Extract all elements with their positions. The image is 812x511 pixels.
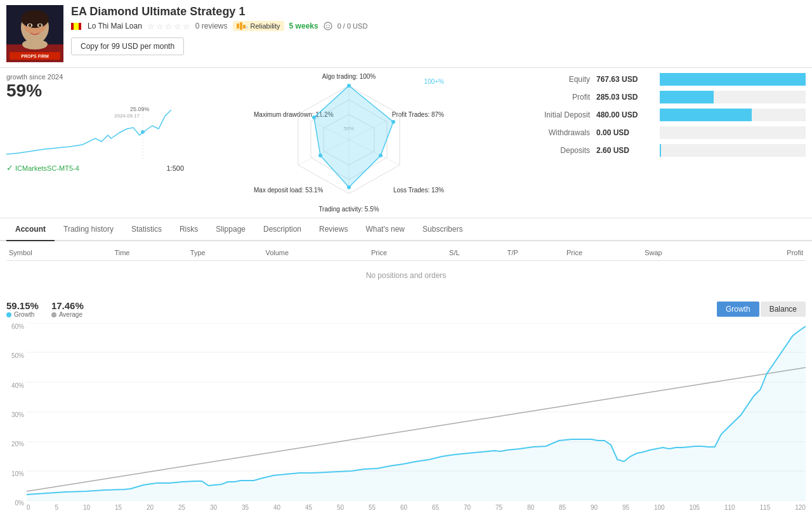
avatar: PROPS FIRM (6, 5, 63, 62)
growth-panel: growth since 2024 59% 25.09% 2024.09.17 … (6, 73, 184, 213)
chart-area: 0 5 10 15 20 25 30 35 40 45 50 55 60 65 … (27, 323, 806, 511)
header-info: EA Diamond Ultimate Strategy 1 Lo Thi Ma… (71, 5, 806, 55)
initial-deposit-value: 480.00 USD (596, 110, 660, 119)
y-axis: 60% 50% 40% 30% 20% 10% 0% (6, 323, 27, 511)
equity-value: 767.63 USD (596, 75, 660, 84)
svg-rect-13 (240, 22, 242, 30)
profit-bar-container (660, 91, 806, 103)
algo-value: 100+% (424, 78, 444, 85)
col-sl: S/L (447, 245, 504, 261)
svg-marker-30 (314, 86, 393, 187)
svg-point-35 (318, 154, 322, 157)
x-axis-numbers: 0 5 10 15 20 25 30 35 40 45 50 55 60 65 … (27, 503, 806, 511)
growth-stat: 59.15% Growth (6, 300, 39, 318)
equity-bar-container (660, 73, 806, 86)
tab-description[interactable]: Description (254, 218, 310, 241)
page-header: PROPS FIRM EA Diamond Ultimate Strategy … (0, 0, 812, 68)
tab-risks[interactable]: Risks (171, 218, 207, 241)
chart-section: 59.15% Growth 17.46% Average Growth Bala… (0, 294, 812, 511)
svg-point-31 (347, 84, 351, 88)
deposits-bar-container (660, 144, 806, 157)
svg-point-36 (312, 116, 316, 119)
svg-point-17 (326, 25, 327, 26)
broker-info: ✓ ICMarketsSC-MT5-4 1:500 (6, 163, 184, 173)
svg-text:2024.09.17: 2024.09.17 (114, 113, 140, 119)
balance-toggle-button[interactable]: Balance (761, 302, 806, 317)
svg-point-5 (22, 39, 48, 50)
col-price: Price (369, 245, 447, 261)
avg-stat: 17.46% Average (51, 300, 84, 318)
svg-rect-14 (243, 25, 246, 29)
tab-statistics[interactable]: Statistics (122, 218, 171, 241)
initial-deposit-label: Initial Deposit (514, 110, 596, 119)
deposits-row: Deposits 2.60 USD (514, 144, 806, 157)
main-chart-svg (27, 323, 806, 501)
tab-reviews[interactable]: Reviews (310, 218, 357, 241)
growth-legend-label: Growth (14, 311, 34, 318)
tab-trading-history[interactable]: Trading history (55, 218, 122, 241)
svg-rect-15 (246, 26, 248, 29)
mini-chart: 25.09% 2024.09.17 (6, 103, 171, 161)
profit-label: Profit (514, 93, 596, 102)
growth-since-label: growth since 2024 (6, 73, 184, 81)
withdrawals-bar-container (660, 126, 806, 139)
broker-name: ✓ ICMarketsSC-MT5-4 (6, 163, 79, 173)
table-row: No positions and orders (6, 261, 806, 291)
reliability-icon (237, 22, 248, 30)
y-30: 30% (6, 411, 24, 418)
avg-stat-legend: Average (51, 311, 84, 318)
col-tp: T/P (504, 245, 564, 261)
reviews-count: 0 reviews (195, 22, 228, 30)
equity-label: Equity (514, 75, 596, 84)
col-symbol: Symbol (6, 245, 112, 261)
col-volume: Volume (263, 245, 369, 261)
col-swap: Swap (642, 245, 726, 261)
col-price2: Price (564, 245, 642, 261)
avg-legend-label: Average (59, 311, 82, 318)
positions-table: Symbol Time Type Volume Price S/L T/P Pr… (6, 245, 806, 290)
tab-bar: Account Trading history Statistics Risks… (0, 218, 812, 241)
y-10: 10% (6, 470, 24, 477)
table-header-row: Symbol Time Type Volume Price S/L T/P Pr… (6, 245, 806, 261)
profit-value: 285.03 USD (596, 93, 660, 102)
svg-point-32 (391, 120, 395, 124)
svg-point-34 (347, 185, 351, 189)
radar-panel: Algo trading: 100% 100+% Profit Trades: … (190, 73, 508, 213)
equity-bar (660, 73, 806, 86)
avg-legend-dot (51, 312, 56, 317)
withdrawals-label: Withdrawals (514, 128, 596, 137)
flag-icon (71, 23, 81, 30)
star-rating: ☆ ☆ ☆ ☆ ☆ (147, 22, 190, 31)
deposits-bar (660, 144, 661, 157)
trading-activity-label: Trading activity: 5.5% (318, 206, 379, 213)
col-type: Type (188, 245, 263, 261)
svg-text:PROPS FIRM: PROPS FIRM (21, 54, 49, 58)
initial-deposit-bar (660, 109, 752, 121)
stats-table: Equity 767.63 USD Profit 285.03 USD Init… (514, 73, 806, 157)
chart-stats: 59.15% Growth 17.46% Average (6, 300, 84, 318)
tab-account[interactable]: Account (6, 218, 55, 241)
initial-deposit-bar-container (660, 109, 806, 121)
reliability-label: Reliability (251, 22, 280, 30)
robot-icon (324, 22, 332, 30)
svg-point-11 (39, 24, 42, 27)
svg-point-10 (29, 24, 32, 27)
copy-button[interactable]: Copy for 99 USD per month (71, 37, 184, 55)
y-0: 0% (6, 500, 24, 507)
reliability-badge: Reliability (233, 21, 284, 31)
tab-whats-new[interactable]: What's new (357, 218, 414, 241)
author-name: Lo Thi Mai Loan (88, 22, 142, 30)
growth-legend-dot (6, 312, 11, 317)
header-meta: Lo Thi Mai Loan ☆ ☆ ☆ ☆ ☆ 0 reviews Reli… (71, 21, 806, 31)
growth-toggle-button[interactable]: Growth (717, 302, 759, 317)
deposits-value: 2.60 USD (596, 146, 660, 155)
main-area: growth since 2024 59% 25.09% 2024.09.17 … (0, 68, 812, 218)
table-section: Symbol Time Type Volume Price S/L T/P Pr… (0, 241, 812, 294)
svg-point-3 (21, 10, 49, 28)
tab-slippage[interactable]: Slippage (207, 218, 254, 241)
svg-point-33 (379, 154, 383, 157)
profit-bar (660, 91, 714, 103)
tab-subscribers[interactable]: Subscribers (414, 218, 471, 241)
algo-trading-label: Algo trading: 100% (322, 73, 376, 80)
chart-header: 59.15% Growth 17.46% Average Growth Bala… (6, 300, 806, 318)
